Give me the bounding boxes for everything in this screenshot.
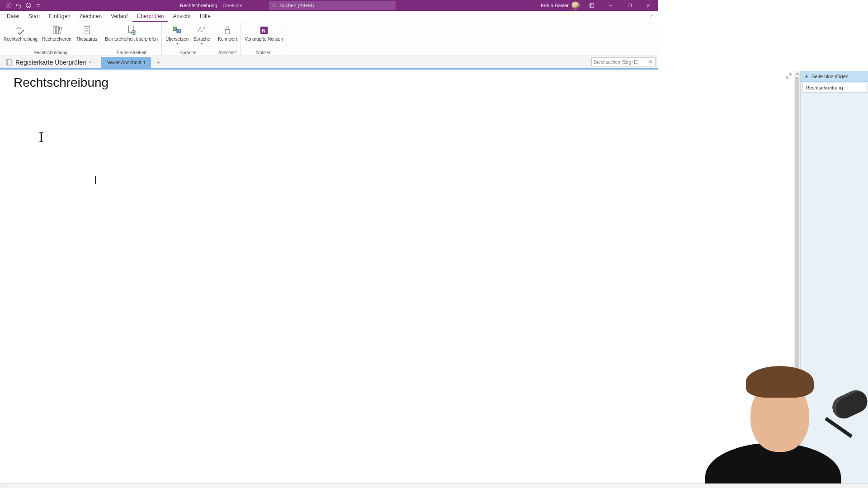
quick-access-toolbar xyxy=(0,0,43,10)
avatar xyxy=(571,1,580,9)
user-name: Fabio Basler xyxy=(541,3,569,8)
chevron-down-icon: ▾ xyxy=(176,42,178,46)
accessibility-icon xyxy=(126,24,137,37)
maximize-button[interactable] xyxy=(623,0,637,10)
main-area: Rechtschreibung I Seite hinzufügen Recht… xyxy=(0,71,658,369)
svg-point-25 xyxy=(649,61,652,63)
tab-einfuegen[interactable]: Einfügen xyxy=(45,11,74,22)
svg-point-1 xyxy=(26,3,31,8)
add-section-button[interactable] xyxy=(154,58,163,67)
tab-verlauf[interactable]: Verlauf xyxy=(107,11,132,22)
svg-text:A: A xyxy=(198,26,202,33)
svg-point-4 xyxy=(273,4,275,6)
tell-me-search[interactable] xyxy=(269,1,396,10)
tab-start[interactable]: Start xyxy=(24,11,44,22)
text-cursor-icon: I xyxy=(39,129,44,145)
section-bar: Registerkarte Überprüfen Neuer Abschnitt… xyxy=(0,56,658,70)
svg-point-3 xyxy=(29,5,29,5)
svg-text:abc: abc xyxy=(16,26,22,30)
research-button[interactable]: Recherchieren xyxy=(40,23,73,50)
group-notizen: N Verknüpfte Notizen Notizen xyxy=(241,22,287,56)
onenote-icon: N xyxy=(258,24,270,37)
svg-rect-21 xyxy=(225,29,230,34)
language-button[interactable]: Aᄀ Sprache ▾ xyxy=(191,23,212,50)
svg-text:文: 文 xyxy=(177,29,180,33)
abc-check-icon: abc xyxy=(15,24,27,37)
translate-button[interactable]: A文 Übersetzen ▾ xyxy=(164,23,190,50)
svg-rect-6 xyxy=(590,4,591,7)
minimize-button[interactable] xyxy=(604,0,618,10)
window-title: Rechtschreibung - OneNote xyxy=(180,3,242,8)
close-button[interactable] xyxy=(642,0,656,10)
thesaurus-icon xyxy=(81,24,93,37)
page-search-input[interactable] xyxy=(594,60,648,65)
svg-text:N: N xyxy=(262,28,265,33)
thesaurus-button[interactable]: Thesaurus xyxy=(74,23,99,50)
caret xyxy=(95,176,96,184)
page-title[interactable]: Rechtschreibung xyxy=(14,75,163,92)
ribbon-tabs: Datei Start Einfügen Zeichnen Verlauf Üb… xyxy=(0,11,658,22)
tab-zeichnen[interactable]: Zeichnen xyxy=(75,11,106,22)
app-name: OneNote xyxy=(222,3,242,8)
group-rechtschreibung: abc Rechtschreibung Recherchieren Thesau… xyxy=(0,22,101,56)
ribbon: abc Rechtschreibung Recherchieren Thesau… xyxy=(0,22,658,56)
note-canvas[interactable]: Rechtschreibung I xyxy=(0,71,658,369)
chevron-down-icon: ▾ xyxy=(201,42,203,46)
group-barrierefreiheit: Barrierefreiheit überprüfen Barrierefrei… xyxy=(101,22,162,56)
svg-rect-10 xyxy=(56,27,58,34)
qat-dropdown[interactable] xyxy=(33,0,43,10)
account-button[interactable]: Fabio Basler xyxy=(541,1,580,9)
notes-pane-button[interactable] xyxy=(585,0,599,10)
chevron-down-icon xyxy=(89,60,94,65)
notebook-dropdown[interactable]: Registerkarte Überprüfen xyxy=(3,59,96,66)
tab-ansicht[interactable]: Ansicht xyxy=(169,11,195,22)
tell-me-input[interactable] xyxy=(279,3,393,8)
svg-rect-7 xyxy=(628,4,632,7)
collapse-ribbon-button[interactable] xyxy=(649,13,655,21)
svg-rect-9 xyxy=(53,27,55,34)
svg-rect-11 xyxy=(58,27,61,34)
notebook-icon xyxy=(5,59,13,66)
page-search[interactable] xyxy=(591,57,656,66)
search-icon xyxy=(272,3,277,8)
search-icon xyxy=(648,59,653,65)
group-abschnitt: Kennwort Abschnitt xyxy=(214,22,241,56)
svg-point-2 xyxy=(28,5,28,5)
svg-text:ᄀ: ᄀ xyxy=(203,27,206,31)
group-sprache: A文 Übersetzen ▾ Aᄀ Sprache ▾ Sprache xyxy=(162,22,214,56)
notebook-name: Registerkarte Überprüfen xyxy=(15,59,86,66)
svg-rect-24 xyxy=(6,60,11,65)
svg-point-0 xyxy=(6,3,11,8)
books-icon xyxy=(51,24,63,37)
tab-hilfe[interactable]: Hilfe xyxy=(196,11,215,22)
language-icon: Aᄀ xyxy=(196,24,208,37)
title-bar: Rechtschreibung - OneNote Fabio Basler xyxy=(0,0,658,11)
tab-datei[interactable]: Datei xyxy=(3,11,24,22)
undo-button[interactable] xyxy=(14,0,24,10)
section-tab[interactable]: Neuer Abschnitt 1 xyxy=(101,57,151,68)
lock-icon xyxy=(222,24,233,37)
touch-mode-button[interactable] xyxy=(24,0,33,10)
password-button[interactable]: Kennwort xyxy=(216,23,239,50)
translate-icon: A文 xyxy=(171,24,183,37)
back-button[interactable] xyxy=(4,0,14,10)
spelling-button[interactable]: abc Rechtschreibung xyxy=(2,23,39,50)
tab-ueberpruefen[interactable]: Überprüfen xyxy=(132,11,168,22)
accessibility-check-button[interactable]: Barrierefreiheit überprüfen xyxy=(103,23,160,50)
svg-rect-13 xyxy=(128,26,133,33)
document-title: Rechtschreibung xyxy=(180,3,217,8)
linked-notes-button[interactable]: N Verknüpfte Notizen xyxy=(243,23,285,50)
svg-text:A: A xyxy=(174,27,176,30)
